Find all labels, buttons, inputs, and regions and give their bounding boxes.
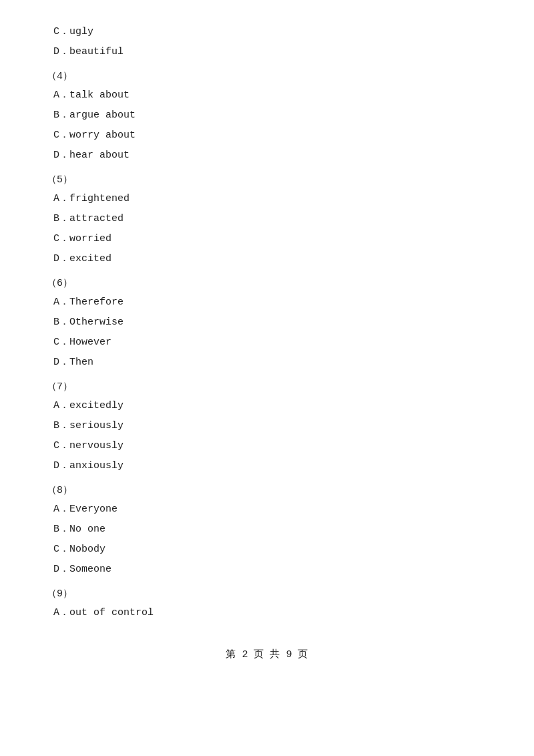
- q6-option-d: D．Then: [53, 355, 494, 371]
- q6-option-c: C．However: [53, 335, 494, 351]
- q4-option-c: C．worry about: [53, 128, 494, 144]
- q7-option-c: C．nervously: [53, 438, 494, 454]
- q6-option-a: A．Therefore: [53, 295, 494, 311]
- q8-option-b: B．No one: [53, 522, 494, 538]
- q5-option-a: A．frightened: [53, 191, 494, 207]
- option-c-ugly: C．ugly: [53, 24, 494, 40]
- q4-option-b: B．argue about: [53, 108, 494, 124]
- question-8-number: （8）: [47, 484, 494, 496]
- q7-option-d: D．anxiously: [53, 458, 494, 474]
- question-6-number: （6）: [47, 276, 494, 289]
- exam-content: C．ugly D．beautiful （4） A．talk about B．ar…: [40, 24, 494, 621]
- question-7-number: （7）: [47, 380, 494, 393]
- question-9-number: （9）: [47, 587, 494, 600]
- q4-option-d: D．hear about: [53, 148, 494, 164]
- question-5-number: （5）: [47, 173, 494, 186]
- q5-option-b: B．attracted: [53, 211, 494, 227]
- q5-option-c: C．worried: [53, 231, 494, 247]
- question-4-number: （4）: [47, 69, 494, 82]
- q4-option-a: A．talk about: [53, 87, 494, 104]
- q7-option-a: A．excitedly: [53, 398, 494, 414]
- q8-option-c: C．Nobody: [53, 542, 494, 558]
- q7-option-b: B．seriously: [53, 418, 494, 434]
- q8-option-a: A．Everyone: [53, 502, 494, 518]
- q5-option-d: D．excited: [53, 251, 494, 267]
- page-footer: 第 2 页 共 9 页: [40, 648, 494, 660]
- q6-option-b: B．Otherwise: [53, 315, 494, 331]
- q8-option-d: D．Someone: [53, 562, 494, 578]
- q9-option-a: A．out of control: [53, 605, 494, 621]
- option-d-beautiful: D．beautiful: [53, 44, 494, 60]
